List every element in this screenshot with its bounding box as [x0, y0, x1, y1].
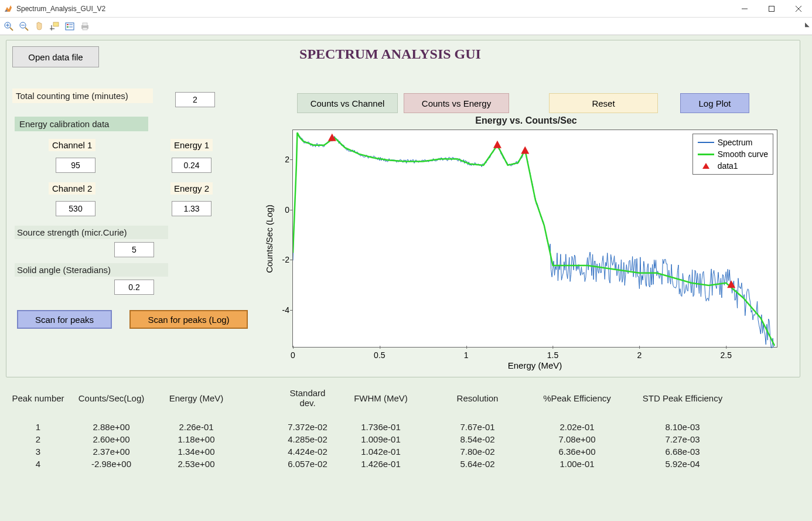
table-cell: 8.54e-02	[428, 433, 527, 445]
svg-rect-20	[83, 23, 87, 26]
table-cell: 4.285e-02	[240, 433, 334, 445]
table-cell: 7.08e+00	[527, 433, 627, 445]
table-cell: 1.426e-01	[334, 458, 428, 470]
legend-smooth: Smooth curve	[718, 149, 768, 159]
close-button[interactable]	[785, 0, 812, 18]
table-cell: 1.009e-01	[334, 433, 428, 445]
results-header: STD Peak Efficiency	[627, 387, 738, 421]
energy2-input[interactable]	[172, 201, 211, 216]
source-strength-label: Source strength (micr.Curie)	[15, 226, 168, 239]
table-cell: 6.68e-03	[627, 445, 738, 458]
counts-vs-energy-button[interactable]: Counts vs Energy	[404, 93, 509, 113]
table-row: 22.60e+001.18e+004.285e-021.009e-018.54e…	[6, 433, 738, 445]
data-cursor-icon[interactable]	[48, 20, 61, 33]
table-cell: 4.424e-02	[240, 445, 334, 458]
table-cell: 2.60e+00	[70, 433, 152, 445]
table-cell: 1.18e+00	[152, 433, 240, 445]
svg-line-9	[25, 28, 28, 30]
counting-time-label: Total counting time (minutes)	[12, 88, 153, 103]
legend-line-icon	[698, 142, 714, 143]
counts-vs-channel-button[interactable]: Counts vs Channel	[297, 93, 398, 113]
energy2-label: Energy 2	[170, 182, 213, 195]
chart-container: Energy vs. Counts/Sec Counts/Sec (Log) E…	[260, 115, 793, 373]
table-cell: 6.36e+00	[527, 445, 627, 458]
scan-peaks-button[interactable]: Scan for peaks	[17, 310, 112, 329]
table-cell: 2.02e-01	[527, 421, 627, 433]
channel2-input[interactable]	[56, 201, 95, 216]
table-cell: 2.88e+00	[70, 421, 152, 433]
table-cell: 7.372e-02	[240, 421, 334, 433]
table-cell: 7.67e-01	[428, 421, 527, 433]
chart-title: Energy vs. Counts/Sec	[260, 115, 793, 126]
ytick: 2	[272, 155, 289, 164]
zoom-out-icon[interactable]	[18, 20, 30, 33]
results-table: Peak numberCounts/Sec(Log)Energy (MeV)St…	[6, 387, 800, 470]
solid-angle-input[interactable]	[114, 280, 154, 295]
table-cell: 1.00e-01	[527, 458, 627, 470]
table-cell: 3	[6, 445, 70, 458]
table-cell: 2.37e+00	[70, 445, 152, 458]
zoom-in-icon[interactable]	[2, 20, 15, 33]
ytick: -2	[272, 255, 289, 264]
table-cell: 5.64e-02	[428, 458, 527, 470]
source-strength-input[interactable]	[114, 242, 154, 257]
figure-toolbar: ◣	[0, 18, 812, 35]
table-cell: 2	[6, 433, 70, 445]
results-header: Peak number	[6, 387, 70, 421]
table-cell: -2.98e+00	[70, 458, 152, 470]
insert-legend-icon[interactable]	[63, 20, 76, 33]
toolbar-overflow-icon[interactable]: ◣	[805, 21, 810, 28]
table-row: 12.88e+002.26e-017.372e-021.736e-017.67e…	[6, 421, 738, 433]
legend-line-icon	[698, 154, 714, 155]
svg-rect-11	[53, 22, 59, 26]
results-header: Counts/Sec(Log)	[70, 387, 152, 421]
table-cell: 4	[6, 458, 70, 470]
svg-rect-21	[83, 28, 87, 30]
open-data-file-button[interactable]: Open data file	[12, 46, 99, 67]
table-cell: 2.53e+00	[152, 458, 240, 470]
table-cell: 1.042e-01	[334, 445, 428, 458]
window-title: Spectrum_Analysis_GUI_V2	[16, 5, 105, 13]
solid-angle-label: Solid angle (Steradians)	[15, 263, 168, 277]
results-header: Standard dev.	[240, 387, 334, 421]
pan-icon[interactable]	[33, 20, 46, 33]
counting-time-section: Total counting time (minutes)	[12, 88, 153, 103]
counting-time-input[interactable]	[175, 92, 215, 107]
maximize-button[interactable]	[758, 0, 785, 18]
xtick: 1.5	[547, 350, 558, 360]
xtick: 1	[464, 350, 469, 360]
main-panel: Open data file SPECTRUM ANALYSIS GUI Tot…	[6, 40, 800, 377]
table-cell: 2.26e-01	[152, 421, 240, 433]
scan-peaks-log-button[interactable]: Scan for peaks (Log)	[129, 310, 248, 329]
svg-marker-24	[521, 146, 529, 154]
results-header: FWHM (MeV)	[334, 387, 428, 421]
legend-triangle-icon	[702, 163, 709, 169]
energy1-input[interactable]	[172, 158, 211, 173]
energy1-label: Energy 1	[170, 139, 213, 151]
chart-axes[interactable]: Spectrum Smooth curve data1 -4-20200.511…	[292, 130, 777, 348]
table-cell: 1.34e+00	[152, 445, 240, 458]
reset-button[interactable]: Reset	[549, 93, 658, 113]
print-icon[interactable]	[79, 20, 91, 33]
results-header: %Peak Efficiency	[527, 387, 627, 421]
table-cell: 5.92e-04	[627, 458, 738, 470]
svg-line-5	[10, 28, 13, 30]
table-cell: 7.80e-02	[428, 445, 527, 458]
svg-marker-23	[493, 141, 501, 148]
table-cell: 8.10e-03	[627, 421, 738, 433]
chart-legend[interactable]: Spectrum Smooth curve data1	[692, 134, 773, 175]
xtick: 0.5	[374, 350, 385, 360]
table-cell: 1.736e-01	[334, 421, 428, 433]
channel1-label: Channel 1	[49, 139, 95, 151]
minimize-button[interactable]	[731, 0, 758, 18]
app-title: SPECTRUM ANALYSIS GUI	[253, 46, 528, 62]
svg-rect-15	[67, 24, 69, 25]
window-titlebar: Spectrum_Analysis_GUI_V2	[0, 0, 812, 18]
table-cell: 7.27e-03	[627, 433, 738, 445]
log-plot-button[interactable]: Log Plot	[680, 93, 749, 113]
calibration-header: Energy calibration data	[15, 117, 148, 131]
ytick: -4	[272, 305, 289, 315]
ytick: 0	[272, 205, 289, 214]
table-cell: 6.057e-02	[240, 458, 334, 470]
channel1-input[interactable]	[56, 158, 95, 173]
